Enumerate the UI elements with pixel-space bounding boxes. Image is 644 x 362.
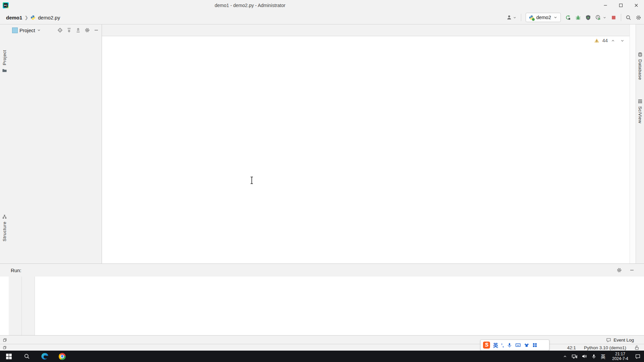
- navigation-bar: demo1 ❯ demo2.py demo2: [0, 11, 644, 24]
- toolbar-divider: [621, 14, 621, 21]
- hide-panel-button[interactable]: [629, 267, 635, 273]
- chevron-down-icon: [553, 15, 557, 19]
- microphone-icon[interactable]: [591, 354, 596, 359]
- python-run-icon: [529, 15, 534, 20]
- stop-button[interactable]: [611, 15, 616, 20]
- run-panel-header: Run:: [0, 264, 644, 277]
- breadcrumb-separator-icon: ❯: [24, 15, 28, 20]
- run-panel-title: Run:: [11, 267, 21, 273]
- window-icon[interactable]: [2, 338, 7, 343]
- microphone-icon[interactable]: [507, 343, 512, 348]
- title-bar: PC demo1 - demo2.py - Administrator: [0, 0, 644, 11]
- warning-count: 44: [602, 38, 608, 43]
- breadcrumb: demo1 ❯ demo2.py: [6, 15, 60, 20]
- run-console-wrapper: [9, 277, 644, 336]
- warning-icon: [594, 38, 599, 43]
- main-area: Project Structure Favorites Project: [0, 24, 644, 263]
- event-log-icon: [606, 338, 611, 343]
- structure-tab-label: Structure: [2, 222, 7, 241]
- taskbar-search-button[interactable]: [18, 351, 36, 362]
- locate-file-button[interactable]: [57, 27, 63, 33]
- skin-icon[interactable]: [524, 343, 529, 348]
- window-title: demo1 - demo2.py - Administrator: [215, 0, 285, 11]
- debug-button[interactable]: [575, 15, 581, 20]
- project-tool-tab[interactable]: Project: [0, 50, 9, 73]
- ime-tray-indicator[interactable]: 英: [601, 353, 605, 360]
- editor-tabs: [102, 24, 630, 36]
- database-tab-label: Database: [638, 59, 643, 80]
- run-with-coverage-button[interactable]: [585, 15, 591, 20]
- tray-date: 2024-7-4: [612, 356, 628, 361]
- toolbar-divider: [521, 14, 521, 21]
- pycharm-window: PC demo1 - demo2.py - Administrator demo…: [0, 0, 644, 362]
- profiler-button[interactable]: [595, 15, 601, 20]
- run-toolbar-primary: [9, 277, 22, 336]
- structure-tool-tab[interactable]: Structure: [0, 214, 9, 241]
- chevron-down-icon[interactable]: [37, 28, 41, 32]
- code-area[interactable]: [102, 36, 630, 263]
- settings-button[interactable]: [636, 15, 641, 20]
- run-panel: Run:: [0, 263, 644, 336]
- gear-icon[interactable]: [616, 267, 622, 273]
- database-icon: [638, 52, 643, 57]
- ime-menu-icon[interactable]: [532, 343, 537, 348]
- project-panel-title[interactable]: Project: [19, 27, 35, 33]
- run-console-output[interactable]: [35, 277, 644, 336]
- sciview-icon: [638, 99, 643, 104]
- run-toolbar-secondary: [22, 277, 35, 336]
- python-interpreter[interactable]: Python 3.10 (demo1): [584, 345, 626, 350]
- chevron-down-icon[interactable]: [620, 39, 625, 43]
- collapse-all-button[interactable]: [75, 27, 81, 33]
- search-everywhere-button[interactable]: [626, 15, 631, 20]
- project-panel: Project: [9, 24, 102, 263]
- lock-icon[interactable]: [634, 345, 639, 350]
- edge-icon[interactable]: [36, 351, 53, 362]
- event-log-label: Event Log: [613, 338, 634, 343]
- svg-text:PC: PC: [4, 4, 7, 7]
- network-icon[interactable]: [572, 354, 577, 359]
- keyboard-icon[interactable]: [515, 342, 521, 348]
- run-configuration-name: demo2: [536, 15, 551, 20]
- ime-language-indicator[interactable]: 英: [493, 342, 498, 349]
- project-panel-header: Project: [9, 24, 102, 36]
- sciview-tool-tab[interactable]: SciView: [636, 99, 644, 123]
- project-tab-label: Project: [2, 50, 7, 65]
- gear-icon[interactable]: [85, 27, 90, 33]
- volume-icon[interactable]: [582, 354, 587, 359]
- event-log-button[interactable]: Event Log: [606, 338, 634, 343]
- breadcrumb-project[interactable]: demo1: [6, 15, 22, 20]
- sogou-logo-icon[interactable]: [483, 342, 490, 349]
- maximize-button[interactable]: [613, 0, 629, 11]
- windows-taskbar: 英 21:17 2024-7-4: [0, 351, 644, 362]
- editor: 44: [102, 24, 630, 263]
- close-button[interactable]: [629, 0, 644, 11]
- run-button[interactable]: [565, 15, 571, 20]
- left-tool-stripe: Project Structure Favorites: [0, 24, 9, 263]
- database-tool-tab[interactable]: Database: [636, 52, 644, 80]
- run-configuration-select[interactable]: demo2: [526, 13, 561, 22]
- expand-all-button[interactable]: [66, 27, 72, 33]
- running-indicator-dot: [532, 18, 535, 21]
- structure-icon: [2, 214, 7, 219]
- minimize-button[interactable]: [598, 0, 613, 11]
- start-button[interactable]: [0, 351, 18, 362]
- ime-toolbar[interactable]: 英 ’,: [480, 340, 549, 351]
- window-icon[interactable]: [2, 345, 7, 350]
- chevron-down-icon[interactable]: [603, 16, 606, 19]
- caret-position[interactable]: 42:1: [567, 345, 576, 350]
- chrome-icon[interactable]: [53, 351, 71, 362]
- clock[interactable]: 21:17 2024-7-4: [610, 352, 631, 361]
- system-tray: 英 21:17 2024-7-4: [563, 351, 644, 362]
- action-center-icon[interactable]: [635, 354, 641, 359]
- breadcrumb-file[interactable]: demo2.py: [38, 15, 60, 20]
- editor-error-stripe[interactable]: [630, 24, 636, 263]
- hidden-icons-chevron[interactable]: [563, 354, 567, 359]
- user-account-button[interactable]: [506, 15, 517, 20]
- ime-punctuation-indicator[interactable]: ’,: [501, 343, 504, 348]
- pycharm-logo-icon: PC: [3, 2, 9, 8]
- hide-panel-button[interactable]: [94, 27, 99, 33]
- inspections-widget[interactable]: 44: [594, 38, 625, 43]
- project-view-icon: [12, 27, 18, 33]
- chevron-up-icon[interactable]: [611, 39, 615, 43]
- window-controls: [598, 0, 644, 11]
